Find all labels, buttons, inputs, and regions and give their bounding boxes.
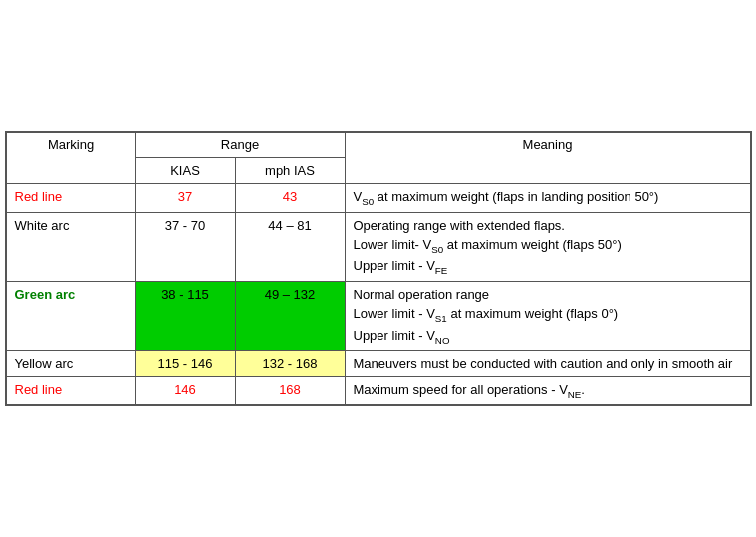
mph-header: mph IAS: [235, 158, 345, 184]
kias-header: KIAS: [135, 158, 235, 184]
meaning-text: Maximum speed for all operations - VNE.: [354, 382, 742, 400]
marking-cell: White arc: [6, 212, 135, 281]
mph-value: 43: [283, 189, 297, 204]
mph-value: 44 – 81: [268, 218, 311, 233]
marking-cell: Red line: [6, 184, 135, 213]
mph-value: 132 - 168: [263, 356, 318, 371]
meaning-header: Meaning: [345, 133, 750, 184]
meaning-text-1: Normal operation range: [354, 287, 742, 302]
meaning-text-2: Lower limit - VS1 at maximum weight (fla…: [354, 306, 742, 324]
mph-value: 168: [279, 382, 301, 397]
table-row: White arc 37 - 70 44 – 81 Operating rang…: [6, 212, 750, 281]
kias-cell: 37 - 70: [135, 212, 235, 281]
kias-value: 115 - 146: [158, 356, 213, 371]
mph-cell: 132 - 168: [235, 351, 345, 377]
kias-value: 37 - 70: [165, 218, 205, 233]
meaning-text: Maneuvers must be conducted with caution…: [354, 356, 742, 371]
kias-cell: 115 - 146: [135, 351, 235, 377]
airspeed-markings-table: Marking Range Meaning KIAS mph IAS Red l…: [5, 131, 752, 406]
marking-cell: Green arc: [6, 282, 135, 351]
table-row: Red line 37 43 VS0 at maximum weight (fl…: [6, 184, 750, 213]
mph-cell: 168: [235, 377, 345, 405]
marking-cell: Red line: [6, 377, 135, 405]
meaning-cell: Operating range with extended flaps. Low…: [345, 212, 750, 281]
meaning-text-3: Upper limit - VNO: [354, 328, 742, 346]
marking-label: Red line: [15, 189, 63, 204]
kias-value: 146: [174, 382, 196, 397]
kias-cell: 38 - 115: [135, 282, 235, 351]
kias-value: 38 - 115: [161, 287, 209, 302]
meaning-text-1: Operating range with extended flaps.: [354, 218, 742, 233]
marking-cell: Yellow arc: [6, 351, 135, 377]
kias-cell: 146: [135, 377, 235, 405]
marking-label: Yellow arc: [15, 356, 74, 371]
marking-label: White arc: [15, 218, 70, 233]
kias-cell: 37: [135, 184, 235, 213]
range-header: Range: [135, 133, 345, 158]
mph-cell: 44 – 81: [235, 212, 345, 281]
marking-label: Red line: [15, 382, 63, 397]
table-row: Yellow arc 115 - 146 132 - 168 Maneuvers…: [6, 351, 750, 377]
marking-label: Green arc: [15, 287, 76, 302]
meaning-text-2: Lower limit- VS0 at maximum weight (flap…: [354, 237, 742, 255]
meaning-cell: Maximum speed for all operations - VNE.: [345, 377, 750, 405]
mph-cell: 43: [235, 184, 345, 213]
table-row: Green arc 38 - 115 49 – 132 Normal opera…: [6, 282, 750, 351]
table-row: Red line 146 168 Maximum speed for all o…: [6, 377, 750, 405]
marking-header: Marking: [6, 133, 135, 184]
mph-cell: 49 – 132: [235, 282, 345, 351]
mph-value: 49 – 132: [265, 287, 316, 302]
kias-value: 37: [178, 189, 192, 204]
meaning-cell: Maneuvers must be conducted with caution…: [345, 351, 750, 377]
meaning-cell: VS0 at maximum weight (flaps in landing …: [345, 184, 750, 213]
meaning-text-3: Upper limit - VFE: [354, 258, 742, 276]
meaning-cell: Normal operation range Lower limit - VS1…: [345, 282, 750, 351]
meaning-text: VS0 at maximum weight (flaps in landing …: [354, 189, 742, 207]
